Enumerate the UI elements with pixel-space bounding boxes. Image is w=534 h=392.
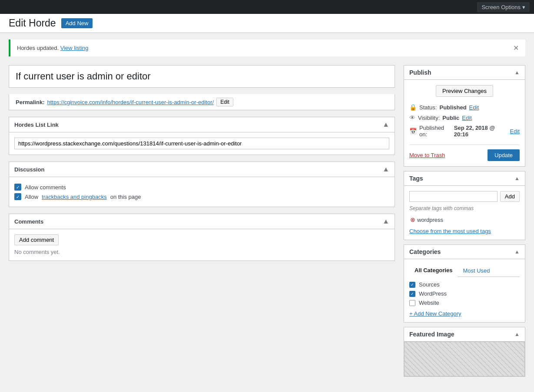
screen-options-label: Screen Options: [481, 4, 521, 10]
featured-image-toggle-icon: ▲: [514, 331, 520, 337]
tab-most-used[interactable]: Most Used: [458, 264, 495, 277]
website-label: Website: [419, 300, 439, 306]
categories-toggle-icon: ▲: [514, 249, 520, 255]
permalink-row: Permalink: https://cginvoice.com/info/ho…: [9, 94, 395, 110]
category-sources: ✓ Sources: [409, 281, 520, 288]
published-on-row: 📅 Published on: Sep 22, 2018 @ 20:16 Edi…: [409, 123, 520, 139]
calendar-icon: 📅: [409, 128, 417, 135]
categories-panel-title: Categories: [409, 248, 441, 255]
chevron-down-icon: ▾: [522, 4, 525, 10]
wordpress-checkbox[interactable]: ✓: [409, 291, 415, 297]
hordes-list-link-input[interactable]: [14, 138, 389, 149]
page-title: Edit Horde: [9, 17, 56, 29]
update-notice: Hordes updated. View listing ✕: [9, 40, 525, 56]
permalink-url[interactable]: https://cginvoice.com/info/hordes/if-cur…: [47, 99, 214, 105]
main-layout: Permalink: https://cginvoice.com/info/ho…: [0, 56, 534, 385]
allow-trackbacks-checkbox[interactable]: ✓: [14, 193, 21, 200]
visibility-value: Public: [442, 115, 459, 121]
tags-toggle-icon: ▲: [514, 175, 520, 181]
discussion-body: ✓ Allow comments ✓ Allow trackbacks and …: [9, 177, 395, 207]
categories-panel: Categories ▲ All Categories Most Used ✓ …: [404, 244, 525, 323]
status-label: Status:: [419, 104, 437, 111]
move-to-trash-link[interactable]: Move to Trash: [409, 152, 445, 158]
notice-close-button[interactable]: ✕: [513, 44, 519, 52]
tags-panel-body: Add Separate tags with commas ⊗ wordpres…: [404, 186, 525, 240]
status-row: 🔒 Status: Published Edit: [409, 102, 520, 112]
discussion-title: Discussion: [14, 166, 44, 173]
discussion-header[interactable]: Discussion ▲: [9, 162, 395, 177]
category-website: Website: [409, 300, 520, 306]
tags-hint: Separate tags with commas: [409, 205, 520, 211]
page-header: Edit Horde Add New: [0, 14, 534, 33]
preview-changes-button[interactable]: Preview Changes: [436, 85, 493, 97]
featured-image-title: Featured Image: [409, 331, 454, 338]
comments-body: Add comment No comments yet.: [9, 229, 395, 260]
lock-icon: 🔒: [409, 104, 417, 111]
sources-checkbox[interactable]: ✓: [409, 282, 415, 288]
sources-label: Sources: [419, 281, 440, 288]
add-tag-button[interactable]: Add: [500, 191, 520, 202]
tags-panel-header[interactable]: Tags ▲: [404, 171, 525, 186]
visibility-edit-link[interactable]: Edit: [462, 115, 471, 121]
allow-trackbacks-label: Allow: [25, 194, 38, 200]
tag-label: wordpress: [417, 217, 443, 223]
website-checkbox[interactable]: [409, 300, 415, 306]
title-field-wrapper: [9, 65, 395, 88]
comments-panel: Comments ▲ Add comment No comments yet.: [9, 214, 395, 261]
hordes-list-link-toggle[interactable]: ▲: [382, 121, 389, 128]
add-new-category-link[interactable]: + Add New Category: [409, 310, 461, 317]
publish-toggle-icon: ▲: [514, 69, 520, 76]
comments-header[interactable]: Comments ▲: [9, 214, 395, 229]
add-comment-button[interactable]: Add comment: [14, 234, 59, 245]
tab-all-categories[interactable]: All Categories: [409, 264, 458, 277]
allow-trackbacks-row: ✓ Allow trackbacks and pingbacks on this…: [14, 192, 389, 201]
visibility-label: Visibility:: [418, 115, 440, 121]
hordes-list-link-panel: Hordes List Link ▲: [9, 117, 395, 155]
hordes-list-link-header[interactable]: Hordes List Link ▲: [9, 117, 395, 132]
discussion-panel: Discussion ▲ ✓ Allow comments ✓ Allow tr…: [9, 161, 395, 207]
comments-toggle[interactable]: ▲: [382, 217, 389, 225]
allow-comments-checkbox[interactable]: ✓: [14, 184, 21, 191]
update-button[interactable]: Update: [488, 149, 520, 161]
featured-image-panel: Featured Image ▲: [404, 327, 525, 377]
tags-panel: Tags ▲ Add Separate tags with commas ⊗ w…: [404, 171, 525, 240]
publish-panel-header[interactable]: Publish ▲: [404, 66, 525, 80]
permalink-edit-button[interactable]: Edit: [216, 98, 233, 106]
publish-panel-title: Publish: [409, 69, 431, 76]
publish-panel-body: Preview Changes 🔒 Status: Published Edit…: [404, 80, 525, 166]
published-on-edit-link[interactable]: Edit: [510, 128, 520, 135]
categories-panel-header[interactable]: Categories ▲: [404, 245, 525, 259]
notice-text: Hordes updated.: [17, 45, 60, 51]
visibility-row: 👁 Visibility: Public Edit: [409, 112, 520, 123]
tags-panel-title: Tags: [409, 175, 423, 182]
comments-title: Comments: [14, 218, 43, 225]
tag-remove-icon[interactable]: ⊗: [410, 216, 415, 223]
trackbacks-suffix: on this page: [110, 194, 141, 200]
published-on-label: Published on:: [419, 125, 451, 138]
featured-image-placeholder: [404, 342, 525, 376]
category-wordpress: ✓ WordPress: [409, 290, 520, 297]
hordes-list-link-title: Hordes List Link: [14, 122, 59, 128]
add-new-button[interactable]: Add New: [61, 18, 93, 28]
discussion-toggle[interactable]: ▲: [382, 165, 389, 173]
status-edit-link[interactable]: Edit: [469, 104, 479, 111]
view-listing-link[interactable]: View listing: [60, 45, 89, 51]
allow-comments-row: ✓ Allow comments: [14, 182, 389, 192]
title-input[interactable]: [9, 66, 395, 87]
hordes-list-link-body: [9, 132, 395, 155]
trackbacks-link[interactable]: trackbacks and pingbacks: [42, 194, 107, 200]
featured-image-panel-header[interactable]: Featured Image ▲: [404, 327, 525, 342]
screen-options-button[interactable]: Screen Options ▾: [477, 2, 530, 12]
tags-list: ⊗ wordpress: [409, 215, 520, 224]
categories-tabs: All Categories Most Used: [409, 264, 520, 277]
choose-from-most-used-link[interactable]: Choose from the most used tags: [409, 228, 520, 234]
wordpress-label: WordPress: [419, 290, 447, 297]
published-on-value: Sep 22, 2018 @ 20:16: [454, 125, 507, 138]
notice-content: Hordes updated. View listing: [17, 45, 89, 51]
categories-panel-body: All Categories Most Used ✓ Sources ✓ Wor…: [404, 259, 525, 322]
permalink-label: Permalink:: [16, 99, 44, 105]
tags-input-row: Add: [409, 191, 520, 202]
publish-panel: Publish ▲ Preview Changes 🔒 Status: Publ…: [404, 65, 525, 167]
categories-list: ✓ Sources ✓ WordPress Website: [409, 281, 520, 306]
tags-input[interactable]: [409, 191, 498, 202]
